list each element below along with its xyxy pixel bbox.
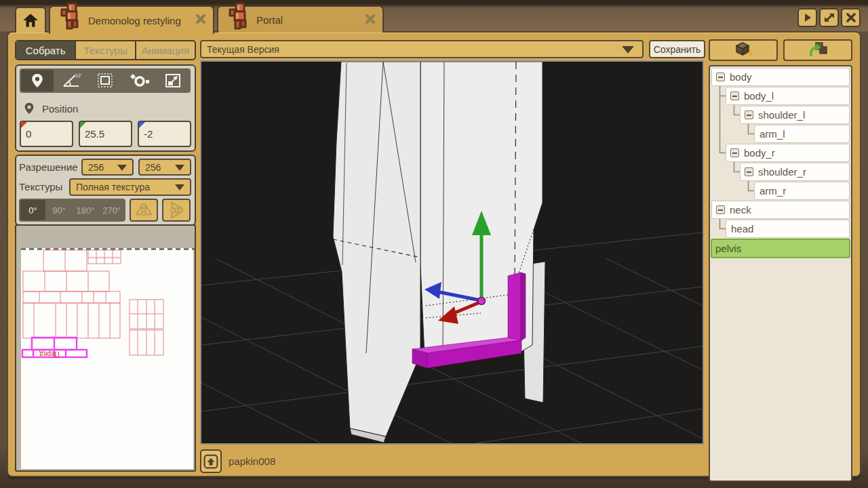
chevron-down-icon xyxy=(175,184,184,190)
viewport-3d[interactable] xyxy=(200,60,704,445)
rotation-group: 0° 90° 180° 270° xyxy=(19,199,125,222)
version-dropdown[interactable]: Текущая Версия xyxy=(200,40,644,58)
selection-square-icon xyxy=(96,72,115,89)
duplicate-cubes-icon xyxy=(807,41,829,60)
tool-rotate[interactable]: 12° xyxy=(55,70,87,92)
tab-title: Demonolog restyling xyxy=(88,15,181,26)
rotate-270-button[interactable]: 270° xyxy=(99,200,124,220)
tree-item-body-l[interactable]: body_l xyxy=(726,87,850,105)
tool-scale[interactable] xyxy=(157,70,189,92)
textures-label: Текстуры xyxy=(19,181,62,192)
tree-item-shoulder-r[interactable]: shoulder_r xyxy=(740,163,850,181)
axis-x-mark xyxy=(21,122,27,128)
chevron-down-icon xyxy=(117,165,127,171)
tree-item-body[interactable]: body xyxy=(711,68,850,86)
viewport-scene xyxy=(201,62,703,443)
chevron-down-icon xyxy=(622,46,634,54)
flip-horizontal-button[interactable] xyxy=(130,199,158,222)
status-filename: papkin008 xyxy=(229,455,275,467)
tree-item-arm-r[interactable]: arm_r xyxy=(754,182,850,200)
rotate-90-button[interactable]: 90° xyxy=(47,200,72,220)
save-button[interactable]: Сохранить xyxy=(649,40,705,58)
flip-vertical-button[interactable] xyxy=(162,199,191,222)
uv-front-label: Перед xyxy=(39,350,60,358)
resolution-label: Разрешение xyxy=(19,161,78,173)
home-icon xyxy=(22,12,39,28)
axis-z-mark xyxy=(139,122,145,128)
tree-item-body-r[interactable]: body_r xyxy=(726,144,850,162)
close-button[interactable] xyxy=(841,8,861,27)
position-pin-icon xyxy=(23,101,35,119)
mode-tab-textures[interactable]: Текстуры xyxy=(76,41,136,59)
voxel-model-icon xyxy=(226,1,252,37)
mode-tab-assemble[interactable]: Собрать xyxy=(16,41,76,59)
resolution-height-dropdown[interactable]: 256 xyxy=(138,159,191,176)
tab-close-icon[interactable] xyxy=(365,14,376,24)
tab-title: Portal xyxy=(256,14,283,26)
resolution-width-dropdown[interactable]: 256 xyxy=(81,159,134,176)
add-cube-button[interactable] xyxy=(709,39,778,61)
voxel-model-icon xyxy=(58,1,84,37)
home-button[interactable] xyxy=(15,7,46,33)
position-x-field[interactable] xyxy=(20,121,73,147)
mode-tab-animation[interactable]: Анимация xyxy=(136,41,195,59)
tool-select[interactable] xyxy=(89,70,121,92)
tool-pivot[interactable] xyxy=(123,70,155,92)
tab-close-icon[interactable] xyxy=(195,14,206,24)
tab-demonolog-restyling[interactable]: Demonolog restyling xyxy=(49,5,214,34)
position-label: Position xyxy=(42,103,78,115)
location-pin-icon xyxy=(30,73,45,89)
collapse-icon[interactable] xyxy=(730,92,739,100)
collapse-icon[interactable] xyxy=(730,148,739,157)
collapse-icon[interactable] xyxy=(745,167,753,176)
play-button[interactable] xyxy=(797,8,817,27)
position-y-field[interactable] xyxy=(79,121,132,147)
rotate-0-button[interactable]: 0° xyxy=(20,200,45,220)
angle-protractor-icon: 12° xyxy=(61,72,81,89)
collapse-icon[interactable] xyxy=(745,110,753,119)
resize-button[interactable] xyxy=(819,8,839,27)
tree-item-arm-l[interactable]: arm_l xyxy=(754,125,850,143)
tab-portal[interactable]: Portal xyxy=(217,5,384,33)
add-cube-icon xyxy=(732,41,754,60)
duplicate-button[interactable] xyxy=(783,39,852,61)
app-window: Demonolog restyling Portal xyxy=(0,0,868,488)
rotate-180-button[interactable]: 180° xyxy=(73,200,98,220)
chevron-down-icon xyxy=(175,165,184,171)
texture-mode-dropdown[interactable]: Полная текстура xyxy=(69,178,191,196)
upload-icon xyxy=(203,453,219,470)
transform-toolbar: 12° xyxy=(20,68,191,93)
tree-item-pelvis[interactable]: pelvis xyxy=(711,239,850,258)
uv-canvas[interactable]: Перед xyxy=(21,248,193,469)
upload-button[interactable] xyxy=(200,449,222,473)
mode-tab-bar: Собрать Текстуры Анимация xyxy=(15,40,196,60)
resize-icon xyxy=(823,12,835,24)
svg-text:12°: 12° xyxy=(75,73,81,78)
play-icon xyxy=(802,12,813,23)
flip-vertical-icon xyxy=(167,201,186,219)
uv-preview-panel[interactable]: Перед xyxy=(15,224,196,472)
tree-item-neck[interactable]: neck xyxy=(711,201,850,219)
axis-y-mark xyxy=(80,122,86,128)
collapse-icon[interactable] xyxy=(716,205,725,214)
tool-position[interactable] xyxy=(21,70,54,92)
tree-item-head[interactable]: head xyxy=(726,220,850,238)
close-icon xyxy=(846,12,856,23)
scale-icon xyxy=(163,72,182,89)
tree-item-shoulder-l[interactable]: shoulder_l xyxy=(740,106,850,124)
pivot-icon xyxy=(129,72,149,89)
flip-horizontal-icon xyxy=(134,201,153,219)
collapse-icon[interactable] xyxy=(716,73,725,81)
position-z-field[interactable] xyxy=(138,121,191,147)
uv-wireframe: Перед xyxy=(21,248,195,470)
